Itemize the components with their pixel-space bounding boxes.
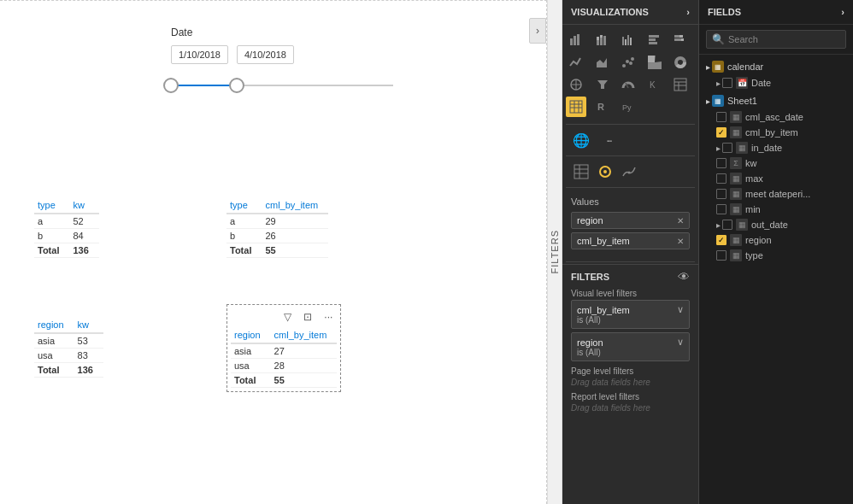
- right-panels: VISUALIZATIONS ›: [562, 0, 853, 504]
- calendar-group-label: calendar: [727, 62, 763, 72]
- slider-track: [171, 85, 393, 86]
- filter-region-chevron[interactable]: ∨: [677, 337, 684, 348]
- fields-icon[interactable]: [571, 161, 591, 182]
- canvas-area: Date 1/10/2018 4/10/2018 type kw a: [0, 0, 547, 504]
- values-section: Values region ✕ cml_by_item ✕: [562, 190, 698, 260]
- matrix-icon[interactable]: [566, 97, 586, 117]
- map-filled-icon[interactable]: [566, 74, 586, 95]
- python-icon[interactable]: Py: [618, 97, 638, 117]
- field-group-sheet1: ▸ ▦ Sheet1 ▦ cml_asc_date ✓ ▦ cml_by_ite…: [699, 92, 853, 263]
- date-checkbox[interactable]: [722, 78, 732, 88]
- filter-cml-value: is (All): [577, 315, 684, 325]
- table-row: a 29: [226, 214, 328, 229]
- filter-cml-chevron[interactable]: ∨: [677, 304, 684, 315]
- pie-chart-icon[interactable]: [644, 52, 665, 73]
- field-item-cml-by-item[interactable]: ✓ ▦ cml_by_item: [699, 125, 853, 140]
- field-item-in-date[interactable]: ▸ ▦ in_date: [699, 140, 853, 155]
- field-item-cml-asc-date[interactable]: ▦ cml_asc_date: [699, 109, 853, 125]
- format-icon[interactable]: [595, 161, 615, 182]
- svg-rect-2: [577, 34, 579, 45]
- min-icon: ▦: [730, 203, 742, 215]
- cml-asc-date-icon: ▦: [730, 111, 742, 123]
- search-icon: 🔍: [712, 33, 725, 45]
- stacked-bar-icon[interactable]: [592, 30, 613, 50]
- stacked-bar-h-icon[interactable]: [670, 30, 691, 50]
- page-level-filters-label: Page level filters: [571, 366, 690, 376]
- value-region-close[interactable]: ✕: [677, 216, 684, 226]
- donut-chart-icon[interactable]: [670, 52, 691, 73]
- out-date-checkbox[interactable]: [722, 220, 732, 230]
- r-script-icon[interactable]: R: [592, 97, 613, 117]
- field-item-region[interactable]: ✓ ▦ region: [699, 232, 853, 248]
- search-input[interactable]: [728, 34, 840, 44]
- focus-toolbar-btn[interactable]: ⊡: [299, 308, 316, 325]
- area-chart-icon[interactable]: [592, 52, 613, 73]
- slider-track-filled: [171, 85, 238, 86]
- svg-rect-45: [574, 165, 588, 179]
- expand-in-date-icon: ▸: [716, 144, 721, 153]
- fields-expand-icon[interactable]: ›: [841, 7, 844, 17]
- filters-tab[interactable]: FILTERS: [547, 0, 562, 504]
- expand-sheet1-icon: ▸: [706, 97, 710, 106]
- date-slider[interactable]: [171, 73, 393, 98]
- value-row-cml[interactable]: cml_by_item ✕: [571, 232, 690, 249]
- svg-rect-8: [622, 37, 624, 45]
- table-row: a 52: [34, 214, 99, 229]
- field-item-type[interactable]: ▦ type: [699, 248, 853, 263]
- cml-by-item-checkbox[interactable]: ✓: [716, 127, 727, 138]
- bar-chart-h-icon[interactable]: [644, 30, 665, 50]
- line-chart-icon[interactable]: [566, 52, 586, 73]
- field-item-max[interactable]: ▦ max: [699, 171, 853, 186]
- filter-item-region[interactable]: region ∨ is (All): [571, 332, 690, 361]
- value-cml-close[interactable]: ✕: [677, 237, 684, 246]
- date-end-input[interactable]: 4/10/2018: [237, 45, 294, 64]
- kpi-icon[interactable]: K: [644, 74, 665, 95]
- field-item-date[interactable]: ▸ 📅 Date: [699, 75, 853, 91]
- table-row: asia 27: [231, 343, 337, 359]
- date-inputs: 1/10/2018 4/10/2018: [171, 45, 393, 64]
- min-checkbox[interactable]: [716, 204, 727, 214]
- out-date-label: out_date: [751, 220, 788, 230]
- table-region-cml-selected[interactable]: ▽ ⊡ ··· region cml_by_item asia 27 usa 2…: [226, 304, 341, 392]
- filters-eye-icon[interactable]: 👁: [678, 270, 690, 284]
- cml-asc-date-checkbox[interactable]: [716, 112, 727, 122]
- filter-item-cml[interactable]: cml_by_item ∨ is (All): [571, 300, 690, 329]
- collapse-panel-btn[interactable]: ›: [529, 18, 546, 44]
- type-checkbox[interactable]: [716, 250, 727, 261]
- funnel-icon[interactable]: [592, 74, 613, 95]
- svg-point-22: [629, 62, 632, 65]
- meet-date-checkbox[interactable]: [716, 189, 727, 199]
- field-group-calendar-header[interactable]: ▸ ▦ calendar: [699, 58, 853, 75]
- field-item-out-date[interactable]: ▸ ▦ out_date: [699, 217, 853, 232]
- value-region-label: region: [577, 215, 603, 226]
- slider-thumb-end[interactable]: [229, 78, 244, 93]
- analytics-icon[interactable]: [619, 161, 639, 182]
- more-viz-icon[interactable]: ···: [598, 130, 619, 150]
- field-item-kw[interactable]: Σ kw: [699, 155, 853, 171]
- value-row-region[interactable]: region ✕: [571, 212, 690, 229]
- scatter-icon[interactable]: [618, 52, 638, 73]
- region-checkbox[interactable]: ✓: [716, 235, 727, 245]
- meet-date-label: meet dateperi...: [745, 189, 810, 199]
- field-item-meet-date[interactable]: ▦ meet dateperi...: [699, 186, 853, 202]
- grouped-bar-icon[interactable]: [618, 30, 638, 50]
- field-group-sheet1-header[interactable]: ▸ ▦ Sheet1: [699, 92, 853, 109]
- bar-chart-icon[interactable]: [566, 30, 586, 50]
- in-date-checkbox[interactable]: [722, 143, 732, 153]
- field-item-min[interactable]: ▦ min: [699, 202, 853, 217]
- slider-thumb-start[interactable]: [163, 78, 179, 93]
- kw-checkbox[interactable]: [716, 158, 727, 168]
- max-checkbox[interactable]: [716, 173, 727, 184]
- in-date-icon: ▦: [736, 142, 748, 154]
- filter-toolbar-btn[interactable]: ▽: [279, 308, 296, 325]
- svg-rect-1: [574, 36, 576, 45]
- table-icon[interactable]: [670, 74, 691, 95]
- globe-viz-icon[interactable]: 🌐: [571, 130, 591, 150]
- more-toolbar-btn[interactable]: ···: [320, 308, 337, 325]
- filters-tab-label: FILTERS: [550, 230, 560, 273]
- svg-rect-10: [627, 35, 629, 45]
- date-start-input[interactable]: 1/10/2018: [171, 45, 228, 64]
- col-header-type: type: [34, 197, 69, 214]
- viz-expand-icon[interactable]: ›: [686, 7, 690, 17]
- gauge-icon[interactable]: [618, 74, 638, 95]
